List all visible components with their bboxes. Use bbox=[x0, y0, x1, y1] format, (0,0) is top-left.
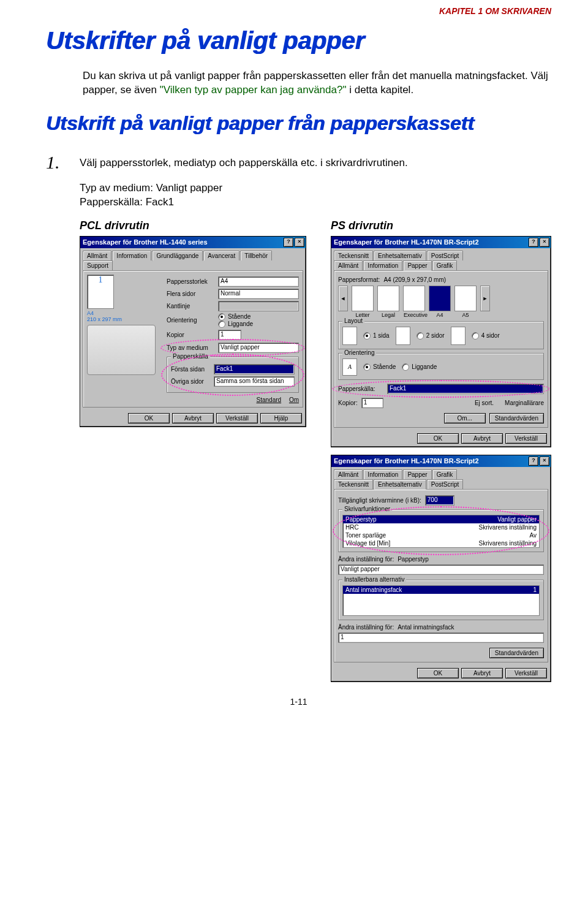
select-typ-av-medium[interactable]: Vanligt papper bbox=[218, 343, 299, 353]
tab-teckensnitt[interactable]: Teckensnitt bbox=[334, 479, 373, 489]
tab-information[interactable]: Information bbox=[363, 260, 402, 270]
input-kopior-ps[interactable]: 1 bbox=[361, 398, 383, 408]
close-icon[interactable]: × bbox=[540, 238, 549, 247]
close-icon[interactable]: × bbox=[295, 238, 304, 247]
tab-allmant[interactable]: Allmänt bbox=[334, 469, 363, 479]
orient-preview: A bbox=[342, 359, 357, 376]
select-flera-sidor[interactable]: Normal bbox=[218, 289, 299, 299]
tab-avancerat[interactable]: Avancerat bbox=[203, 251, 239, 260]
radio-4-sidor[interactable] bbox=[472, 332, 479, 340]
format-a5[interactable]: A5 bbox=[454, 286, 477, 311]
ok-button[interactable]: OK bbox=[417, 433, 459, 444]
intro-paragraph: Du kan skriva ut på vanligt papper från … bbox=[83, 69, 551, 97]
label-typ-av-medium: Typ av medium bbox=[167, 344, 214, 351]
help-button[interactable]: Hjälp bbox=[260, 413, 302, 423]
intro-link[interactable]: "Vilken typ av papper kan jag använda?" bbox=[160, 84, 347, 96]
apply-button[interactable]: Verkställ bbox=[216, 413, 258, 423]
radio-liggande-ps[interactable] bbox=[402, 363, 409, 371]
scroll-right-icon[interactable]: ► bbox=[480, 286, 490, 311]
tab-information[interactable]: Information bbox=[363, 469, 402, 479]
apply-button[interactable]: Verkställ bbox=[505, 668, 547, 678]
cancel-button[interactable]: Avbryt bbox=[461, 668, 503, 678]
link-om[interactable]: Om bbox=[289, 397, 299, 403]
ok-button[interactable]: OK bbox=[128, 413, 170, 423]
format-executive[interactable]: Executive bbox=[403, 286, 425, 311]
tab-papper[interactable]: Papper bbox=[403, 469, 431, 479]
defaults-button[interactable]: Standardvärden bbox=[489, 413, 544, 423]
select-forsta-sidan[interactable]: Fack1 bbox=[214, 364, 295, 374]
group-skrivarfunktioner: Skrivarfunktioner bbox=[342, 506, 392, 512]
select-andra1[interactable]: Vanligt papper bbox=[338, 564, 544, 575]
format-a4[interactable]: A4 bbox=[429, 286, 451, 311]
radio-staende-ps[interactable] bbox=[363, 363, 371, 371]
radio-staende[interactable] bbox=[218, 313, 225, 321]
select-papperskalla-ps[interactable]: Fack1 bbox=[387, 384, 544, 394]
tab-allmant[interactable]: Allmänt bbox=[334, 260, 363, 270]
radio-liggande[interactable] bbox=[218, 321, 225, 328]
help-button-icon[interactable]: ? bbox=[529, 238, 538, 247]
tab-postscript[interactable]: PostScript bbox=[427, 479, 464, 489]
tab-grafik[interactable]: Grafik bbox=[432, 469, 458, 479]
label-kopior-ps: Kopior: bbox=[338, 400, 358, 406]
cancel-button[interactable]: Avbryt bbox=[461, 433, 503, 444]
input-mem[interactable]: 700 bbox=[425, 495, 454, 506]
tab-enhetsalternativ[interactable]: Enhetsalternativ bbox=[374, 479, 426, 490]
tab-postscript[interactable]: PostScript bbox=[427, 251, 464, 260]
printer-image bbox=[87, 325, 156, 375]
listbox-funktioner[interactable]: PapperstypVanligt papper HRCSkrivarens i… bbox=[342, 515, 540, 548]
tab-enhetsalternativ[interactable]: Enhetsalternativ bbox=[374, 251, 426, 260]
paper-preview: 1 bbox=[87, 275, 114, 309]
tab-information[interactable]: Information bbox=[112, 251, 151, 260]
cancel-button[interactable]: Avbryt bbox=[172, 413, 214, 423]
label-andra1: Ändra inställning för: bbox=[338, 556, 394, 563]
value-andra2-target: Antal inmatningsfack bbox=[398, 624, 454, 631]
ps2-dialog: Egenskaper för Brother HL-1470N BR-Scrip… bbox=[331, 455, 551, 682]
close-icon[interactable]: × bbox=[540, 457, 549, 466]
layout-preview-4 bbox=[451, 327, 466, 345]
select-pappersstorlek[interactable]: A4 bbox=[218, 276, 299, 287]
select-kantlinje bbox=[218, 301, 299, 311]
format-letter[interactable]: Letter bbox=[352, 286, 374, 311]
pcl-dialog: Egenskaper för Brother HL-1440 series ? … bbox=[80, 236, 306, 427]
select-ovriga-sidor[interactable]: Samma som första sidan bbox=[214, 376, 295, 387]
scroll-left-icon[interactable]: ◄ bbox=[338, 286, 348, 311]
listbox-installerbara[interactable]: Antal inmatningsfack1 bbox=[342, 585, 540, 616]
label-andra2: Ändra inställning för: bbox=[338, 624, 394, 631]
section-subtitle: Utskrift på vanligt papper från pappersk… bbox=[46, 112, 551, 135]
intro-text-b: i detta kapitel. bbox=[349, 84, 413, 96]
radio-2-sidor[interactable] bbox=[417, 332, 424, 340]
value-pappersformat: A4 (209,9 x 297,0 mm) bbox=[383, 276, 446, 283]
ok-button[interactable]: OK bbox=[417, 668, 459, 678]
tab-tillbehor[interactable]: Tillbehör bbox=[240, 251, 272, 260]
chapter-header: KAPITEL 1 OM SKRIVAREN bbox=[46, 6, 551, 16]
defaults-button[interactable]: Standardvärden bbox=[489, 648, 544, 658]
about-button[interactable]: Om... bbox=[444, 413, 486, 423]
tab-allmant[interactable]: Allmänt bbox=[83, 251, 111, 260]
help-button-icon[interactable]: ? bbox=[284, 238, 293, 247]
ps2-titlebar: Egenskaper för Brother HL-1470N BR-Scrip… bbox=[334, 457, 479, 465]
label-flera-sidor: Flera sidor bbox=[167, 290, 214, 297]
radio-1-sida[interactable] bbox=[363, 332, 371, 340]
label-ej-sort: Ej sort. bbox=[475, 400, 494, 406]
ps-heading: PS drivrutin bbox=[331, 219, 551, 232]
group-installerbara: Installerbara alternativ bbox=[342, 576, 406, 583]
tab-grafik[interactable]: Grafik bbox=[432, 260, 458, 270]
tab-teckensnitt[interactable]: Teckensnitt bbox=[334, 251, 373, 260]
tab-support[interactable]: Support bbox=[83, 260, 113, 270]
link-standard[interactable]: Standard bbox=[257, 397, 282, 403]
apply-button[interactable]: Verkställ bbox=[505, 433, 547, 444]
group-papperskalla: Papperskälla bbox=[171, 353, 210, 360]
pcl-titlebar: Egenskaper för Brother HL-1440 series bbox=[83, 238, 208, 246]
help-button-icon[interactable]: ? bbox=[529, 457, 538, 466]
setting-papersource: Papperskälla: Fack1 bbox=[80, 195, 551, 210]
select-andra2[interactable]: 1 bbox=[338, 632, 544, 643]
label-kopior: Kopior bbox=[167, 332, 214, 338]
tab-grundlaggande[interactable]: Grundläggande bbox=[152, 251, 203, 261]
input-kopior[interactable]: 1 bbox=[218, 330, 241, 340]
tab-papper[interactable]: Papper bbox=[403, 260, 431, 271]
format-legal[interactable]: Legal bbox=[377, 286, 399, 311]
step-number: 1. bbox=[46, 152, 80, 173]
setting-mediatype: Typ av medium: Vanligt papper bbox=[80, 181, 551, 195]
label-orientering: Orientering bbox=[167, 317, 214, 324]
label-papperskalla-ps: Papperskälla: bbox=[338, 385, 383, 392]
